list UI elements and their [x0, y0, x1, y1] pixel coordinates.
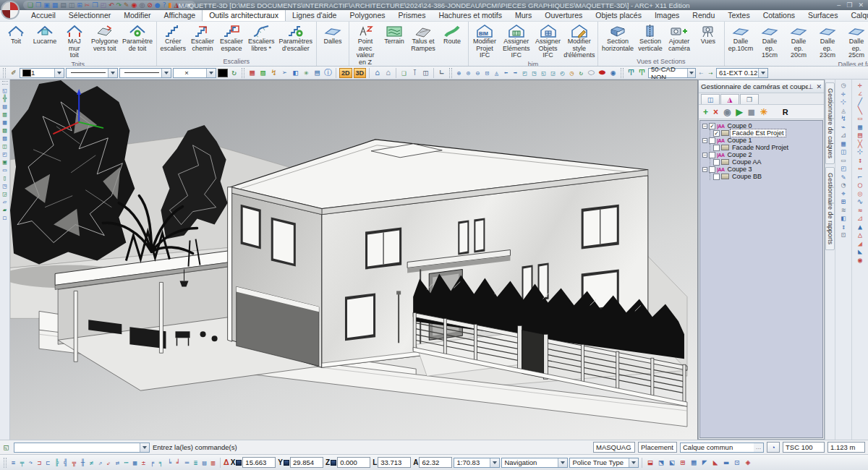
draw-tool-12-icon[interactable]: ⌐ — [856, 174, 865, 181]
snap-tool-8-icon[interactable]: ╦ — [70, 458, 78, 468]
eye-icon[interactable]: ◉ — [608, 68, 618, 78]
ribbon-button-escalier-espace[interactable]: Escalier espace — [217, 22, 246, 57]
save-icon[interactable]: ▣ — [43, 1, 50, 9]
tree-row[interactable]: ✓Facade Est Projet — [713, 129, 822, 137]
draw-tool-17-icon[interactable]: ⊿ — [856, 215, 865, 223]
snap-tool-2-icon[interactable]: ╤ — [18, 458, 26, 468]
coord-value[interactable]: 33.713 — [378, 457, 411, 468]
print-preview-icon[interactable]: ◫ — [69, 1, 75, 9]
edit-tool-17-icon[interactable]: ◧ — [839, 215, 848, 223]
toggle-2d-button[interactable]: 2D — [339, 68, 352, 78]
side-tool-16-icon[interactable]: ▰ — [1, 206, 9, 213]
window-icon[interactable]: ⊞ — [77, 1, 82, 9]
ribbon-button-param-tres-d-escalier[interactable]: Paramètres d'escalier — [277, 22, 315, 57]
print-icon[interactable]: ▤ — [60, 1, 67, 9]
edit-tool-8-icon[interactable]: ▦ — [839, 140, 848, 148]
placement-field[interactable]: Placement — [638, 442, 677, 453]
coord-value[interactable]: 0.000 — [337, 457, 370, 468]
tree-row[interactable]: −✓|AACoupe 0 — [702, 122, 822, 129]
view-tool-7-icon[interactable]: ◣ — [710, 458, 720, 468]
linewidth-combo[interactable] — [119, 68, 171, 78]
draw-tool-15-icon[interactable]: ∿ — [856, 198, 865, 206]
draw-tool-22-icon[interactable]: ◉ — [856, 257, 865, 265]
edit-tool-13-icon[interactable]: ◔ — [839, 181, 848, 189]
command-input[interactable] — [14, 443, 150, 453]
snap-tool-15-icon[interactable]: ▦ — [131, 458, 139, 468]
ribbon-button-assigner-objets-ifc[interactable]: Assigner Objets IFC — [534, 22, 563, 60]
media-icon[interactable]: ◎ — [139, 1, 145, 9]
tree-checkbox[interactable] — [709, 166, 715, 173]
draw-tool-1-icon[interactable]: ✛ — [856, 82, 865, 90]
play-walkthrough-icon[interactable]: ▶ — [736, 106, 743, 118]
ribbon-button-section-horizontale[interactable]: Section horizontale — [600, 22, 636, 57]
snap-tool-13-icon[interactable]: ⇄ — [114, 458, 122, 468]
doc-place-icon[interactable]: ❑ — [399, 68, 409, 78]
menu-tab-cotations[interactable]: Cotations — [757, 10, 801, 21]
view-rotate-icon[interactable]: ↻ — [577, 68, 585, 78]
record-icon[interactable]: ◉ — [132, 1, 137, 9]
undo-icon[interactable]: ↶ — [109, 1, 114, 9]
open-doc-icon[interactable]: ❐ — [35, 1, 41, 9]
ribbon-button-point-avec-valeur-en-z[interactable]: Point avec valeur en Z — [351, 22, 380, 67]
draw-tool-3-icon[interactable]: ╱ — [856, 98, 865, 106]
zoom-dynamic-icon[interactable]: ◬ — [493, 68, 501, 78]
side-tab-gestionnaire-de-rapports[interactable]: Gestionnaire de rapports — [825, 167, 835, 250]
layer-select-combo[interactable]: 50-CAD NON — [648, 68, 696, 78]
ribbon-button-param-tre-de-toit[interactable]: Paramètre de toit — [120, 22, 154, 60]
menu-tab-ouvertures[interactable]: Ouvertures — [538, 10, 589, 21]
new-doc-icon[interactable]: ❏ — [27, 1, 33, 9]
ribbon-button-maj-mur-toit[interactable]: MAJ mur toit — [59, 22, 89, 60]
help-icon[interactable]: ? — [163, 1, 166, 9]
tree-expander-icon[interactable]: − — [702, 167, 707, 172]
refresh-cameras-icon[interactable]: ◉ — [723, 106, 731, 118]
dropdown-arrow-icon[interactable] — [758, 69, 767, 77]
viewport-3d[interactable] — [10, 80, 698, 440]
side-tool-1-icon[interactable]: ◱ — [1, 87, 9, 94]
side-tool-4-icon[interactable]: ▥ — [1, 111, 9, 118]
pen-color-combo[interactable]: 1 — [20, 68, 64, 78]
exterior-style-combo[interactable]: 61-EXT 0.12 — [716, 68, 768, 78]
menu-tab-outils-architecturaux[interactable]: Outils architecturaux — [202, 9, 286, 21]
table-colors-icon[interactable]: ▦ — [247, 68, 257, 78]
draw-tool-16-icon[interactable]: ≈ — [856, 207, 865, 215]
snap-tool-16-icon[interactable]: ± — [140, 458, 148, 468]
side-tool-6-icon[interactable]: ▧ — [1, 127, 9, 134]
styles-icon[interactable]: ◮ — [174, 1, 179, 9]
view-top-icon[interactable]: ◴ — [558, 68, 566, 78]
view-tool-2-icon[interactable]: ⬔ — [656, 458, 665, 468]
ribbon-button-modifier-style-d-l-ments[interactable]: Modifier style d'éléments — [563, 22, 596, 60]
draw-tool-4-icon[interactable]: ╲ — [856, 107, 865, 115]
snap-tool-22-icon[interactable]: ≣ — [192, 458, 200, 468]
close-icon[interactable]: ✕ — [816, 83, 822, 90]
snap-tool-5-icon[interactable]: ⊏ — [44, 458, 52, 468]
font-combo[interactable]: Police True Type — [569, 458, 639, 468]
side-tool-13-icon[interactable]: ◳ — [1, 182, 9, 189]
snap-tool-20-icon[interactable]: ╛ — [174, 458, 182, 468]
palette-icon[interactable]: ▨ — [258, 68, 268, 78]
mode-combo[interactable]: Navigation — [501, 458, 568, 468]
lock-icon[interactable] — [284, 460, 289, 466]
snap-tool-11-icon[interactable]: ⇗ — [96, 458, 104, 468]
tree-checkbox[interactable] — [713, 174, 720, 180]
snap-tool-17-icon[interactable]: ╒ — [148, 458, 156, 468]
cube-3d-icon[interactable]: ◧ — [291, 68, 300, 78]
ribbon-button-dalle-ep-10cm[interactable]: Dalle ep.10cm — [726, 22, 755, 60]
draw-tool-6-icon[interactable]: ▦ — [856, 124, 865, 132]
view-tool-10-icon[interactable]: ◈ — [743, 458, 752, 468]
arcplus-logo-icon[interactable] — [1, 1, 20, 20]
link-next-icon[interactable]: ⇢ — [707, 68, 715, 78]
draw-tool-10-icon[interactable]: ↕ — [856, 157, 865, 165]
draw-tool-21-icon[interactable]: ◣ — [856, 248, 865, 256]
ruler-cap-icon[interactable]: ⊺ — [410, 68, 420, 78]
draw-tool-8-icon[interactable]: ╳ — [856, 140, 865, 148]
edit-tool-10-icon[interactable]: ▭ — [839, 157, 848, 165]
tree-row[interactable]: Coupe BB — [713, 173, 822, 180]
menu-tab-textes[interactable]: Textes — [721, 10, 756, 21]
zoom-out-icon[interactable]: ⊖ — [474, 68, 482, 78]
tree-row[interactable]: −|AACoupe 3 — [702, 166, 822, 173]
delete-camera-icon[interactable]: × — [713, 106, 718, 118]
ribbon-button-modifier-projet-ifc[interactable]: BIMModifier Projet IFC — [470, 22, 499, 60]
menu-tab-modifier[interactable]: Modifier — [117, 10, 157, 21]
eye-icon[interactable]: ● — [155, 1, 161, 9]
side-tool-17-icon[interactable]: ◻ — [1, 214, 9, 221]
